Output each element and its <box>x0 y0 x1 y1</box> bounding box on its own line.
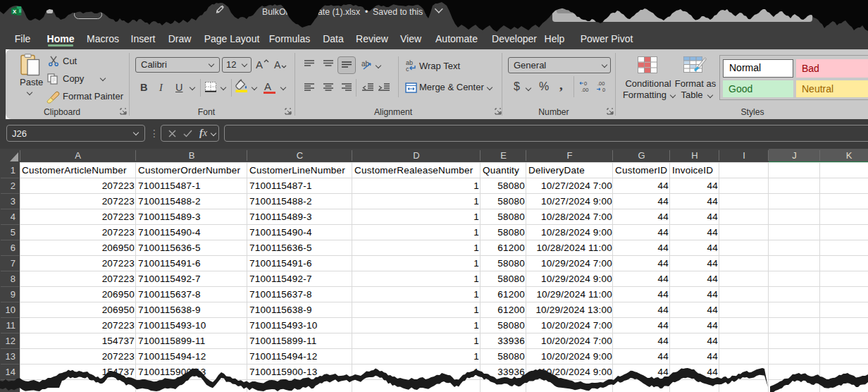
svg-text:X: X <box>13 8 17 15</box>
svg-text:0: 0 <box>602 87 605 92</box>
svg-text:0: 0 <box>584 80 587 87</box>
svg-text:.00: .00 <box>597 80 604 87</box>
svg-text:.00: .00 <box>581 87 588 92</box>
svg-text:c: c <box>406 66 409 72</box>
